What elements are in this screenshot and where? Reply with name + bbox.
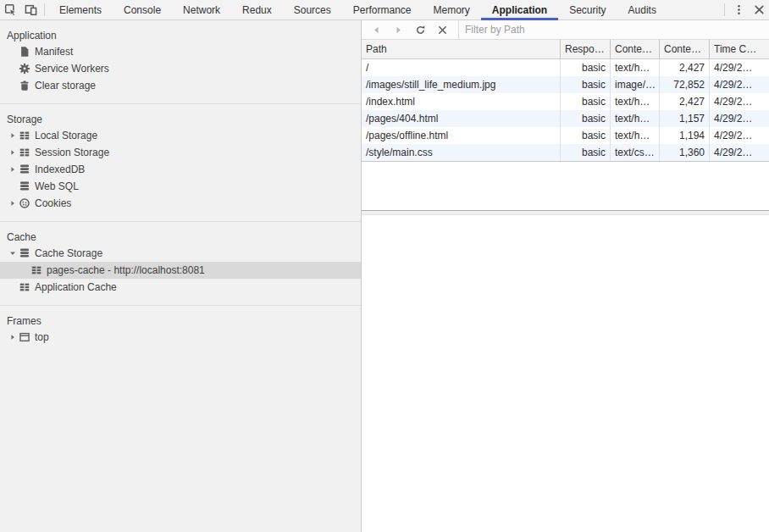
sidebar-item-indexeddb[interactable]: IndexedDB [0,161,361,178]
section-title: Application [0,28,361,43]
triangle-down-icon[interactable] [7,245,19,262]
sidebar-item-manifest[interactable]: Manifest [0,43,361,60]
sidebar-item-label: Service Workers [35,60,109,77]
tab-security[interactable]: Security [558,0,617,19]
toolbar-spacer [667,0,721,19]
cell: basic [560,59,610,76]
column-header-conte-2[interactable]: Conte… [610,40,659,58]
sidebar-item-cache-storage[interactable]: Cache Storage [0,245,361,262]
cell: basic [560,93,610,110]
cell: 1,194 [659,127,709,144]
column-header-conte-3[interactable]: Conte… [659,40,709,58]
cell: text/h… [610,59,659,76]
tab-sources[interactable]: Sources [283,0,342,19]
cell: /pages/404.html [362,110,560,127]
sidebar-item-local-storage[interactable]: Local Storage [0,127,361,144]
inspect-button[interactable] [0,0,20,19]
toolbar-separator [724,3,725,16]
section-title: Cache [0,230,361,245]
close-devtools-button[interactable] [749,0,769,19]
tab-label: Audits [628,4,656,16]
sidebar-item-label: Cookies [35,195,71,212]
table-row[interactable]: /pages/404.htmlbasictext/h…1,1574/29/2… [362,110,769,127]
preview-pane [362,215,769,532]
cell: text/h… [610,110,659,127]
sidebar-item-cookies[interactable]: Cookies [0,195,361,212]
tab-performance[interactable]: Performance [342,0,423,19]
sidebar-item-web-sql[interactable]: Web SQL [0,178,361,195]
sidebar-item-label: Local Storage [35,127,97,144]
grid-header: PathRespo…Conte…Conte…Time C… [362,40,769,59]
device-toolbar-button[interactable] [20,0,41,19]
table-icon [19,147,30,158]
section-storage: Storage Local Storage Session Storage In… [0,104,361,222]
cell: 4/29/2… [709,144,769,161]
cell: text/cs… [610,144,659,161]
device-toolbar-icon [25,3,37,16]
tri-slot [7,60,19,77]
database-icon [19,163,30,175]
frame-icon [19,331,30,343]
section-items: top [0,329,361,346]
triangle-right-icon[interactable] [7,127,19,144]
column-header-path-0[interactable]: Path [362,40,560,58]
sidebar-item-service-workers[interactable]: Service Workers [0,60,361,77]
cell: 4/29/2… [709,93,769,110]
cell: 4/29/2… [709,110,769,127]
manifest-icon [19,46,30,58]
forward-button[interactable] [387,20,409,39]
refresh-button[interactable] [409,20,431,39]
tri-slot [7,279,19,296]
tab-label: Application [492,4,547,16]
sidebar-item-label: Clear storage [35,77,96,94]
triangle-right-icon[interactable] [7,161,19,178]
sidebar-item-pages-cache-http-localhost-8081[interactable]: pages-cache - http://localhost:8081 [0,262,361,279]
tri-slot [7,178,19,195]
cell: 2,427 [659,93,709,110]
tab-redux[interactable]: Redux [231,0,283,19]
back-button[interactable] [365,20,387,39]
table-row[interactable]: /images/still_life_medium.jpgbasicimage/… [362,76,769,93]
sidebar-item-top[interactable]: top [0,329,361,346]
table-row[interactable]: /pages/offline.htmlbasictext/h…1,1944/29… [362,127,769,144]
tab-elements[interactable]: Elements [48,0,113,19]
section-title: Storage [0,112,361,127]
triangle-right-icon[interactable] [7,329,19,346]
column-header-respo-1[interactable]: Respo… [560,40,610,58]
tab-console[interactable]: Console [113,0,172,19]
cell: /pages/offline.html [362,127,560,144]
table-row[interactable]: /index.htmlbasictext/h…2,4274/29/2… [362,93,769,110]
delete-button[interactable] [431,20,453,39]
tab-label: Security [569,4,606,16]
table-row[interactable]: /style/main.cssbasictext/cs…1,3604/29/2… [362,144,769,161]
tab-memory[interactable]: Memory [423,0,481,19]
cell: text/h… [610,93,659,110]
triangle-right-icon[interactable] [7,195,19,212]
filter-input[interactable] [459,20,769,39]
sidebar-item-clear-storage[interactable]: Clear storage [0,77,361,94]
section-frames: Frames top [0,306,361,355]
more-options-button[interactable] [728,0,749,19]
tab-network[interactable]: Network [172,0,231,19]
content-area: Application Manifest Service Workers Cle… [0,20,769,532]
tab-label: Redux [242,4,272,16]
section-cache: Cache Cache Storage pages-cache - http:/… [0,222,361,306]
tab-label: Memory [434,4,470,16]
table-row[interactable]: /basictext/h…2,4274/29/2… [362,59,769,76]
refresh-icon [415,25,426,36]
gear-icon [19,63,30,75]
cell: /index.html [362,93,560,110]
sidebar-item-label: Manifest [35,43,73,60]
sidebar-item-application-cache[interactable]: Application Cache [0,279,361,296]
cell: 4/29/2… [709,127,769,144]
toolbar-separator [44,3,45,16]
column-header-time-c-4[interactable]: Time C… [709,40,769,58]
trash-icon [19,80,30,91]
tab-application[interactable]: Application [481,0,558,19]
devtools-window: ElementsConsoleNetworkReduxSourcesPerfor… [0,0,769,532]
triangle-right-icon[interactable] [7,144,19,161]
table-icon [19,130,30,141]
sidebar-item-session-storage[interactable]: Session Storage [0,144,361,161]
more-icon [733,3,745,16]
tab-audits[interactable]: Audits [617,0,667,19]
